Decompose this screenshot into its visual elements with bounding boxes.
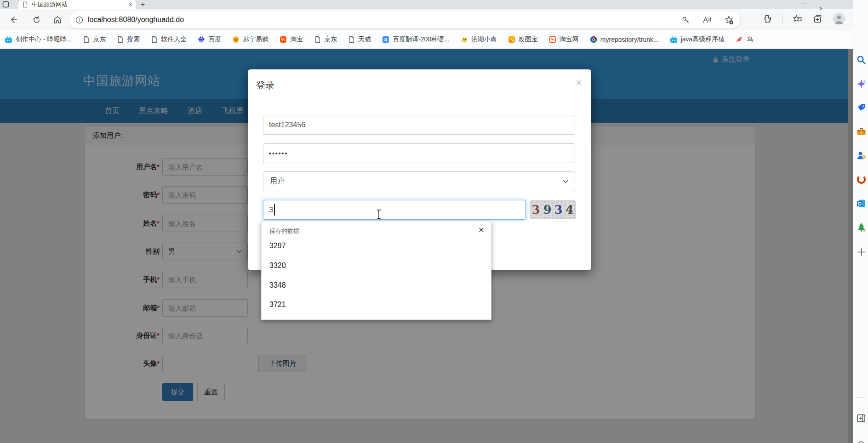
browser-tab[interactable]: 中国旅游网站 ×	[18, 0, 136, 9]
bookmark-item[interactable]: 淘宝网	[549, 35, 579, 44]
extensions-icon[interactable]	[762, 14, 772, 24]
login-role-select[interactable]: 用户	[263, 171, 575, 191]
bookmark-item[interactable]: 苏宁易购	[232, 35, 268, 44]
bookmark-item[interactable]: 改图宝	[508, 35, 538, 44]
workspace-icon[interactable]	[2, 1, 9, 10]
autofill-item[interactable]: 3320	[269, 261, 286, 270]
window-minimize-button[interactable]: —	[801, 0, 807, 7]
toolbar-divider	[782, 14, 782, 24]
captcha-image[interactable]: 3 9 3 4	[530, 200, 576, 219]
bookmark-item[interactable]: java高级程序猿	[670, 35, 725, 44]
svg-text:译: 译	[384, 38, 388, 42]
page-icon	[151, 36, 158, 43]
captcha-input[interactable]	[263, 200, 526, 220]
modal-title: 登录	[256, 79, 274, 91]
sidebar-partial-icon[interactable]	[856, 436, 867, 443]
gaitubao-icon	[508, 36, 515, 43]
taobao-outline-icon	[549, 36, 556, 43]
bookmark-item[interactable]: myrepository/trunk...	[590, 36, 659, 43]
baidu-paw-icon: du	[198, 36, 205, 43]
browser-toolbar: localhost:8080/yonghuadd.do ⋯	[0, 9, 868, 30]
svg-text:du: du	[200, 40, 203, 42]
outlook-icon[interactable]	[856, 198, 867, 209]
bookmark-item[interactable]: 创作中心 - 哔哩哔...	[5, 35, 72, 44]
bookmark-item[interactable]: 搜索	[117, 35, 140, 44]
edge-sidebar	[853, 0, 868, 443]
panel-toggle-icon[interactable]	[856, 413, 867, 424]
page-icon	[117, 36, 124, 43]
copilot-icon[interactable]	[856, 78, 867, 89]
repo-sphere-icon	[590, 36, 597, 43]
office-icon[interactable]	[856, 174, 867, 185]
bookmark-item[interactable]: 洪湖小肖	[461, 35, 497, 44]
bookmark-item[interactable]: 淘宝	[280, 35, 303, 44]
autofill-item[interactable]: 3297	[269, 242, 286, 250]
bilibili-icon	[5, 36, 12, 43]
tab-favicon-page-icon	[22, 1, 28, 8]
bookmark-item[interactable]: 京东	[83, 35, 106, 44]
autofill-dropdown: 保存的数据 × 3297 3320 3348 3721	[261, 221, 491, 320]
text-caret	[274, 204, 275, 216]
sidebar-add-icon[interactable]	[856, 246, 867, 257]
modal-header: 登录 ×	[248, 69, 591, 100]
page-icon	[314, 36, 321, 43]
refresh-button[interactable]	[30, 14, 42, 26]
bookmark-item[interactable]: 软件大全	[151, 35, 187, 44]
page-icon	[83, 36, 90, 43]
autofill-header: 保存的数据	[269, 227, 299, 235]
url-text[interactable]: localhost:8080/yonghuadd.do	[88, 16, 677, 24]
tab-title: 中国旅游网站	[32, 0, 125, 9]
bookmark-item[interactable]: 天猫	[348, 35, 371, 44]
tab-close-icon[interactable]: ×	[129, 1, 132, 8]
bookmarks-overflow-chevron[interactable]: ›	[819, 4, 822, 13]
suning-lion-icon	[232, 36, 240, 43]
page-icon	[348, 36, 355, 43]
home-button[interactable]	[51, 14, 63, 26]
autofill-item[interactable]: 3721	[269, 301, 286, 309]
bookmark-item[interactable]: 京东	[314, 35, 337, 44]
bookmark-item[interactable]: 鸟	[736, 35, 753, 44]
profile-avatar[interactable]	[833, 13, 845, 25]
collections-icon[interactable]	[813, 14, 823, 24]
mouse-ibeam-cursor	[376, 209, 382, 222]
search-icon[interactable]	[856, 54, 867, 65]
autofill-item[interactable]: 3348	[269, 281, 286, 290]
new-tab-button[interactable]: +	[141, 0, 145, 9]
person-gear-icon[interactable]	[856, 150, 867, 161]
favorite-add-icon[interactable]	[724, 15, 734, 25]
baidu-translate-icon: 译	[382, 36, 389, 43]
modal-close-icon[interactable]: ×	[576, 77, 582, 88]
bilibili-icon	[670, 36, 678, 43]
bookmark-item[interactable]: du 百度	[198, 35, 221, 44]
password-key-icon[interactable]	[681, 16, 690, 24]
login-username-input[interactable]	[263, 115, 575, 135]
bookmark-item[interactable]: 译 百度翻译-200种语...	[382, 35, 450, 44]
chevron-down-icon	[563, 180, 568, 183]
shopping-icon[interactable]	[856, 102, 867, 113]
read-aloud-icon[interactable]	[702, 16, 712, 24]
address-bar[interactable]: localhost:8080/yonghuadd.do	[69, 11, 740, 28]
site-info-icon[interactable]	[75, 16, 83, 24]
back-button[interactable]	[7, 14, 19, 26]
red-bird-icon	[736, 36, 743, 43]
tree-icon[interactable]	[856, 222, 867, 233]
bookmarks-bar: 创作中心 - 哔哩哔... 京东 搜索 软件大全 du 百度 苏宁易购 淘宝 京…	[0, 30, 868, 49]
autofill-close-icon[interactable]: ×	[479, 224, 484, 235]
favorites-icon[interactable]	[793, 14, 803, 24]
sidebar-divider	[856, 398, 866, 398]
login-password-input[interactable]	[263, 143, 575, 163]
tab-bar: 中国旅游网站 × + —	[0, 0, 868, 9]
taobao-icon	[280, 36, 287, 43]
tools-icon[interactable]	[856, 126, 867, 137]
yellow-bird-icon	[461, 36, 468, 43]
